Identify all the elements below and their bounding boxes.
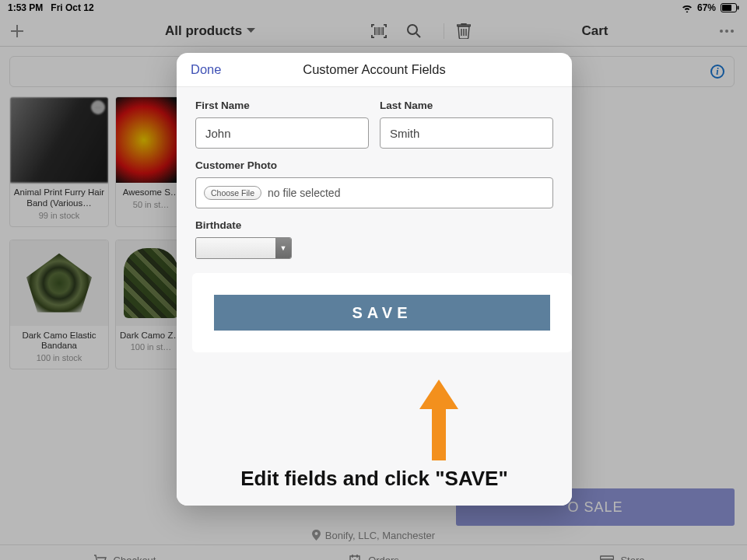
photo-label: Customer Photo <box>195 159 553 171</box>
annotation-arrow-icon <box>419 380 458 460</box>
annotation-text: Edit fields and click "SAVE" <box>177 467 572 491</box>
save-label: SAVE <box>352 304 412 322</box>
customer-fields-modal: Done Customer Account Fields First Name … <box>177 53 572 506</box>
choose-file-button[interactable]: Choose File <box>204 186 261 200</box>
file-status-text: no file selected <box>268 187 340 199</box>
first-name-input[interactable] <box>195 117 369 149</box>
done-button[interactable]: Done <box>191 62 221 77</box>
modal-title: Customer Account Fields <box>177 62 572 77</box>
chevron-down-icon: ▼ <box>275 238 291 258</box>
modal-body: First Name Last Name Customer Photo Choo… <box>177 87 572 506</box>
last-name-label: Last Name <box>380 100 553 111</box>
save-button[interactable]: SAVE <box>214 295 550 331</box>
last-name-input[interactable] <box>380 117 553 149</box>
photo-file-input[interactable]: Choose File no file selected <box>195 177 553 208</box>
first-name-label: First Name <box>195 100 369 111</box>
modal-header: Done Customer Account Fields <box>177 53 572 87</box>
birthdate-label: Birthdate <box>195 219 553 231</box>
birthdate-select[interactable]: ▼ <box>195 237 292 259</box>
